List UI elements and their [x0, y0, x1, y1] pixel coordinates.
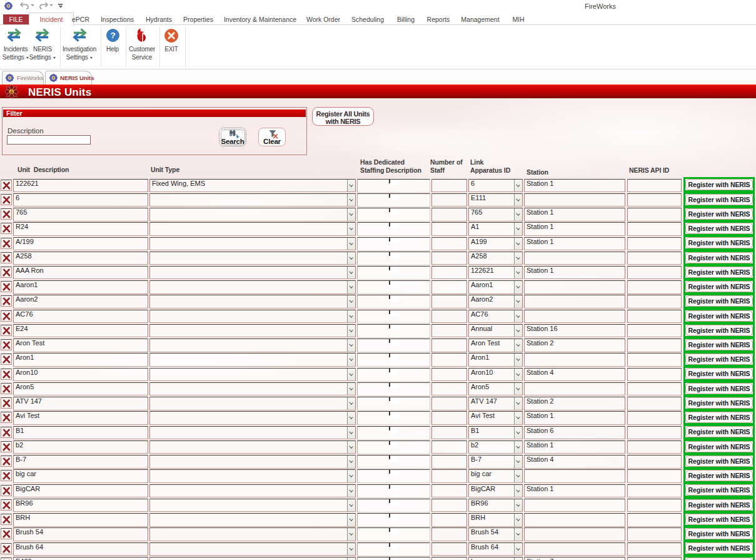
svg-text:?: ? — [110, 31, 115, 40]
